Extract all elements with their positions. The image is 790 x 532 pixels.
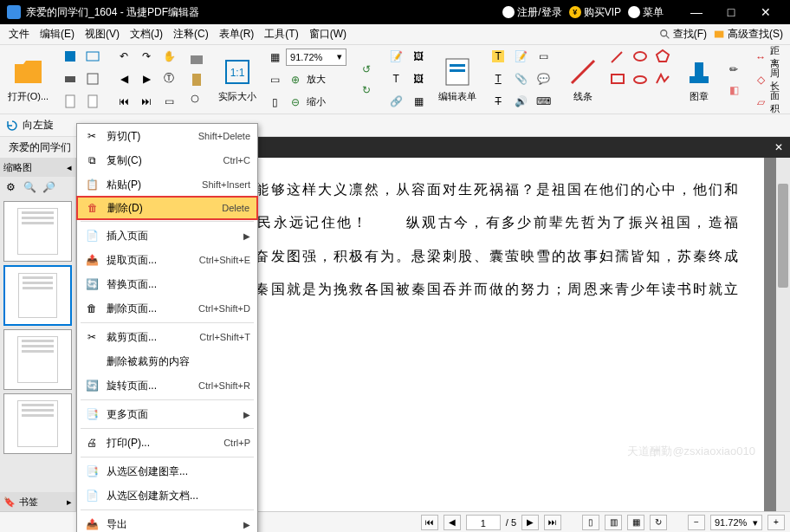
advanced-search-button[interactable]: 高级查找(S) [710,27,787,42]
maximize-button[interactable]: □ [714,0,748,24]
menu-view[interactable]: 视图(V) [80,24,125,44]
thumbnail-page-1[interactable] [3,201,72,262]
fit-page-button[interactable]: ▦ [265,48,284,67]
hand-tool-button[interactable]: ✋ [159,47,178,66]
close-button[interactable]: ✕ [748,0,783,24]
distance-tool-button[interactable]: ↔ [754,48,768,67]
sound-button[interactable]: 🔊 [511,92,530,111]
save-button[interactable] [61,47,80,66]
area-tool-button[interactable]: ▱ [754,93,768,112]
strikeout-button[interactable]: T [489,92,508,111]
menu-form[interactable]: 表单(R) [214,24,260,44]
fit-width-button[interactable]: ▭ [265,70,284,89]
cm-copy[interactable]: ⧉复制(C)Ctrl+C [77,148,257,172]
last-page-button[interactable]: ⏭ [137,92,156,111]
pencil-tool-button[interactable]: ✏ [724,60,743,79]
zoom-in-btn[interactable]: + [767,515,785,530]
menu-comment[interactable]: 注释(C) [168,24,214,44]
bookmarks-panel-button[interactable]: 🔖书签▸ [0,492,75,511]
thumbnail-page-3[interactable] [3,329,72,390]
next-page-btn[interactable]: ▶ [521,515,539,530]
email-button[interactable] [83,47,102,66]
cm-create-chapter[interactable]: 📑从选区创建图章... [77,459,257,483]
perimeter-tool-button[interactable]: ◇ [754,70,768,89]
zoom-out-button[interactable]: ⊖ [286,93,305,112]
menu-edit[interactable]: 编辑(E) [35,24,80,44]
continuous-view-btn[interactable]: ▥ [605,515,622,530]
new-doc-button[interactable] [61,92,80,111]
edit-object-button[interactable]: ▦ [409,92,428,111]
page-number-input[interactable]: 1 [466,515,501,530]
underline-button[interactable]: T [489,69,508,88]
print-button[interactable] [61,69,80,88]
stamp-button[interactable]: 图章 [681,54,717,105]
facing-view-btn[interactable]: ▦ [627,515,644,530]
zoom-combo[interactable]: 91.72%▾ [286,49,346,66]
arrow-tool-button[interactable] [608,47,627,66]
callout-button[interactable]: 💬 [534,69,553,88]
last-page-btn[interactable]: ⏭ [544,515,561,530]
polyline-tool-button[interactable] [653,69,672,88]
zoom-display[interactable]: 91.72%▾ [710,515,762,530]
edit-image-button[interactable]: 🖼 [409,47,428,66]
cm-export[interactable]: 📤导出▶ [77,512,257,532]
add-image-button[interactable]: 🖼 [409,69,428,88]
scan-button[interactable] [83,69,102,88]
thumb-zoom-out-button[interactable]: 🔎 [40,178,57,196]
search-button[interactable]: 查找(F) [656,27,710,42]
actual-size-button[interactable]: 1:1 实际大小 [217,54,258,105]
link-button[interactable]: 🔗 [386,92,405,111]
menu-button[interactable]: 菜单 [628,5,664,20]
prev-button[interactable]: ◀ [114,69,133,88]
minimize-button[interactable]: ― [679,0,714,24]
cm-print[interactable]: 🖨打印(P)...Ctrl+P [77,431,257,455]
cloud-tool-button[interactable] [631,69,650,88]
cm-delete-crop[interactable]: 删除被裁剪的内容 [77,349,257,373]
collapse-icon[interactable]: ◂ [67,162,72,173]
open-button[interactable]: 打开(O)... [6,54,50,105]
cm-delete-page[interactable]: 🗑删除页面...Ctrl+Shift+D [77,296,257,321]
cm-create-doc[interactable]: 📄从选区创建新文档... [77,483,257,508]
zoom-out-btn[interactable]: − [688,515,705,530]
rotate-cw-button[interactable]: ↻ [357,81,376,100]
clipboard-button[interactable] [187,70,206,89]
first-page-button[interactable]: ⏮ [114,92,133,111]
edit-form-button[interactable]: 编辑表单 [437,54,478,105]
cm-extract-page[interactable]: 📤提取页面...Ctrl+Shift+E [77,248,257,272]
rotate-view-btn[interactable]: ↻ [650,515,667,530]
next-button[interactable]: ▶ [137,69,156,88]
fit-visible-button[interactable]: ▯ [265,93,284,112]
thumb-zoom-in-button[interactable]: 🔍 [21,178,38,196]
cm-paste[interactable]: 📋粘贴(P)Shift+Insert [77,172,257,197]
first-page-btn[interactable]: ⏮ [421,515,438,530]
undo-button[interactable]: ↶ [114,47,133,66]
zoom-in-button[interactable]: ⊕ [286,70,305,89]
thumb-options-button[interactable]: ⚙ [2,178,19,196]
thumbnails-header[interactable]: 缩略图◂ [0,158,75,177]
sticky-note-button[interactable]: 📝 [511,47,530,66]
cm-cut[interactable]: ✂剪切(T)Shift+Delete [77,124,257,148]
cm-rotate-page[interactable]: 🔄旋转页面...Ctrl+Shift+R [77,373,257,398]
menu-tool[interactable]: 工具(T) [259,24,303,44]
highlight-button[interactable]: T [489,47,508,66]
text-box-button[interactable]: ▭ [534,47,553,66]
menu-document[interactable]: 文档(J) [125,24,168,44]
typewriter-button[interactable]: ⌨ [534,92,553,111]
attachment-button[interactable]: 📎 [511,69,530,88]
cm-more-pages[interactable]: 📑更多页面▶ [77,402,257,426]
vertical-scrollbar[interactable] [776,158,790,511]
select-area-button[interactable]: ▭ [159,92,178,111]
scrollbar-thumb[interactable] [778,184,788,288]
single-page-view-btn[interactable]: ▯ [582,515,599,530]
new-doc-dropdown[interactable] [83,92,102,111]
cm-insert-page[interactable]: 📄插入页面▶ [77,224,257,248]
rectangle-tool-button[interactable] [608,69,627,88]
cm-replace-page[interactable]: 🔄替换页面... [77,272,257,296]
snapshot-button[interactable] [187,49,206,68]
cm-delete[interactable]: 🗑删除(D)Delete [76,196,258,220]
document-tab[interactable]: 亲爱的同学们 [0,137,80,158]
ellipse-tool-button[interactable] [631,47,650,66]
add-text-button[interactable]: T [386,69,405,88]
menu-window[interactable]: 窗口(W) [304,24,352,44]
buy-vip-button[interactable]: ¥ 购买VIP [569,5,621,20]
